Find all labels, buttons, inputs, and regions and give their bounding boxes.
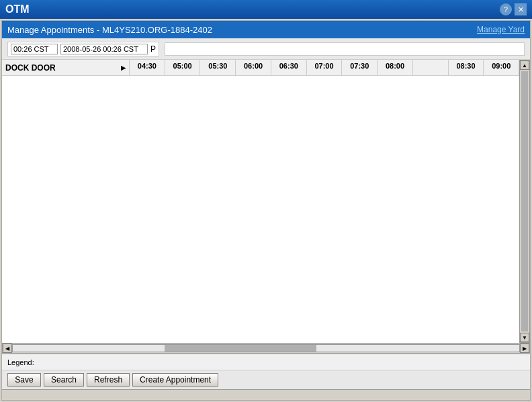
search-button[interactable]: Search bbox=[44, 373, 84, 387]
time-column-header: 07:30 bbox=[342, 60, 378, 75]
time-suffix: P bbox=[150, 44, 156, 54]
save-button[interactable]: Save bbox=[7, 373, 41, 387]
time-header: DOCK DOOR ▶ 04:3005:0005:3006:0006:3007:… bbox=[2, 60, 519, 76]
scroll-thumb[interactable] bbox=[521, 71, 528, 331]
refresh-button[interactable]: Refresh bbox=[87, 373, 130, 387]
time-column-header: 06:00 bbox=[236, 60, 271, 75]
title-bar: OTM ? ✕ bbox=[0, 0, 532, 19]
scroll-down-button[interactable]: ▼ bbox=[520, 333, 529, 342]
sort-icon[interactable]: ▶ bbox=[121, 65, 126, 71]
time-columns: 04:3005:0005:3006:0006:3007:0007:3008:00… bbox=[130, 60, 519, 75]
time-selector: P bbox=[7, 42, 159, 56]
horizontal-scrollbar[interactable]: ◀ ▶ bbox=[2, 343, 530, 354]
page-title: Manage Appointments - ML4YS210.ORG-1884-… bbox=[7, 25, 212, 35]
app-title: OTM bbox=[5, 3, 30, 15]
action-bar: Save Search Refresh Create Appointment bbox=[2, 370, 530, 389]
time-start-input[interactable] bbox=[11, 44, 58, 54]
help-icon[interactable]: ? bbox=[500, 3, 512, 15]
time-column-header: 09:00 bbox=[484, 60, 519, 75]
vertical-scrollbar[interactable]: ▲ ▼ bbox=[519, 60, 530, 343]
time-column-header: 05:00 bbox=[165, 60, 201, 75]
legend: Legend: bbox=[2, 354, 530, 370]
time-column-header: 05:30 bbox=[200, 60, 236, 75]
toolbar-area: P bbox=[2, 38, 530, 60]
time-column-header: 08:30 bbox=[449, 60, 484, 75]
table-wrapper: ▲ ▼ DOCK DOOR ▶ 04:3005:0005:3006:0006:3… bbox=[2, 60, 530, 354]
header-bar: Manage Appointments - ML4YS210.ORG-1884-… bbox=[2, 21, 530, 38]
time-end-input[interactable] bbox=[60, 44, 148, 54]
main-content: Manage Appointments - ML4YS210.ORG-1884-… bbox=[1, 20, 531, 401]
time-column-header: 06:30 bbox=[271, 60, 307, 75]
close-icon[interactable]: ✕ bbox=[515, 3, 527, 15]
time-column-header: 07:00 bbox=[307, 60, 343, 75]
scroll-up-button[interactable]: ▲ bbox=[520, 61, 529, 70]
manage-yard-link[interactable]: Manage Yard bbox=[477, 25, 525, 34]
hscroll-track[interactable] bbox=[12, 344, 520, 352]
dock-rows bbox=[2, 76, 519, 343]
hscroll-thumb[interactable] bbox=[165, 345, 316, 352]
legend-label: Legend: bbox=[7, 358, 34, 366]
bottom-scrollbar[interactable] bbox=[2, 389, 530, 400]
time-column-header: 04:30 bbox=[130, 60, 165, 75]
scroll-left-button[interactable]: ◀ bbox=[3, 344, 12, 353]
title-icons: ? ✕ bbox=[500, 3, 527, 15]
scroll-right-button[interactable]: ▶ bbox=[520, 344, 529, 353]
time-column-header: 08:00 bbox=[378, 60, 413, 75]
create-appointment-button[interactable]: Create Appointment bbox=[132, 373, 218, 387]
dock-door-column-header: DOCK DOOR ▶ bbox=[2, 60, 130, 75]
time-column-header bbox=[413, 60, 449, 75]
